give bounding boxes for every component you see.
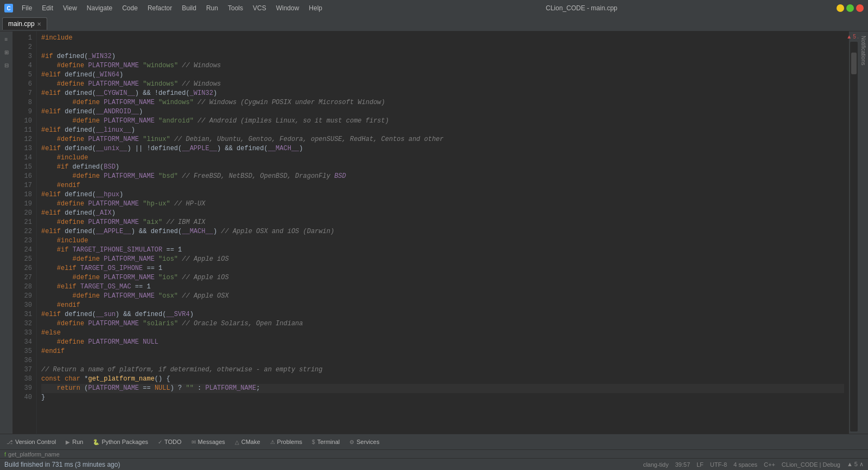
code-line[interactable]: }: [41, 393, 844, 402]
bottom-tool-messages[interactable]: ✉Messages: [187, 437, 229, 447]
code-line[interactable]: #define PLATFORM_NAME "bsd" // FreeBSD, …: [41, 172, 844, 181]
bottom-tool-version-control[interactable]: ⎇Version Control: [2, 437, 60, 447]
maximize-button[interactable]: [846, 4, 854, 12]
code-line[interactable]: #elif defined(__CYGWIN__) && !defined(_W…: [41, 89, 844, 98]
bottom-tool-run[interactable]: ▶Run: [61, 437, 87, 447]
bottom-toolbar: ⎇Version Control▶Run🐍Python Packages✓TOD…: [0, 434, 868, 449]
bottom-tool-problems[interactable]: ⚠Problems: [266, 437, 307, 447]
bottom-tool-python-packages[interactable]: 🐍Python Packages: [88, 437, 152, 447]
code-line[interactable]: return (PLATFORM_NAME == NULL) ? "" : PL…: [41, 384, 844, 393]
menu-item-file[interactable]: File: [17, 3, 36, 13]
code-line[interactable]: #elif defined(__unix__) || !defined(__AP…: [41, 144, 844, 153]
status-bar: Build finished in 731 ms (3 minutes ago)…: [0, 458, 868, 470]
line-number: 29: [15, 292, 32, 301]
code-line[interactable]: #if defined(_WIN32): [41, 52, 844, 61]
code-line[interactable]: // Return a name of platform, if determi…: [41, 365, 844, 375]
code-line[interactable]: [41, 356, 844, 365]
code-line[interactable]: const char *get_platform_name() {: [41, 375, 844, 384]
tool-label: TODO: [164, 439, 182, 445]
sidebar-structure-icon[interactable]: ≡: [1, 34, 12, 44]
line-number: 35: [15, 347, 32, 356]
code-line[interactable]: #define PLATFORM_NAME "windows" // Windo…: [41, 61, 844, 70]
bottom-panel: ⎇Version Control▶Run🐍Python Packages✓TOD…: [0, 434, 868, 449]
code-line[interactable]: #define PLATFORM_NAME "ios" // Apple iOS: [41, 273, 844, 282]
menu-item-run[interactable]: Run: [202, 3, 222, 13]
tool-icon: ⚙: [349, 439, 354, 445]
bottom-tool-todo[interactable]: ✓TODO: [154, 437, 186, 447]
code-line[interactable]: [41, 43, 844, 52]
code-line[interactable]: #define PLATFORM_NAME "aix" // IBM AIX: [41, 218, 844, 227]
run-config-status[interactable]: CLion_CODE | Debug: [782, 461, 840, 468]
close-button[interactable]: [856, 4, 864, 12]
code-line[interactable]: #define PLATFORM_NAME "ios" // Apple iOS: [41, 255, 844, 264]
code-line[interactable]: #define PLATFORM_NAME "osx" // Apple OSX: [41, 292, 844, 301]
code-line[interactable]: #elif defined(__ANDROID__): [41, 107, 844, 117]
code-line[interactable]: #else: [41, 329, 844, 338]
menu-item-navigate[interactable]: Navigate: [82, 3, 117, 13]
line-number: 1: [15, 34, 32, 43]
code-line[interactable]: #define PLATFORM_NAME "hp-ux" // HP-UX: [41, 199, 844, 209]
line-number: 9: [15, 107, 32, 117]
tab-main-cpp[interactable]: main.cpp ✕: [2, 17, 47, 30]
bottom-tool-terminal[interactable]: $Terminal: [308, 437, 344, 447]
tab-close-button[interactable]: ✕: [37, 21, 41, 27]
menu-item-help[interactable]: Help: [304, 3, 327, 13]
code-line[interactable]: #if defined(BSD): [41, 163, 844, 172]
menu-item-refactor[interactable]: Refactor: [143, 3, 176, 13]
code-line[interactable]: #include: [41, 153, 844, 163]
bottom-tool-services[interactable]: ⚙Services: [345, 437, 384, 447]
code-line[interactable]: #define PLATFORM_NAME "windows" // Windo…: [41, 80, 844, 89]
editor-scrollbar[interactable]: [850, 42, 858, 432]
code-line[interactable]: #elif defined(__sun) && defined(__SVR4): [41, 310, 844, 319]
code-line[interactable]: #define PLATFORM_NAME "windows" // Windo…: [41, 98, 844, 107]
menu-item-tools[interactable]: Tools: [224, 3, 247, 13]
tool-label: Messages: [198, 439, 225, 445]
menu-item-build[interactable]: Build: [177, 3, 201, 13]
code-line[interactable]: #elif defined(__hpux): [41, 190, 844, 199]
code-line[interactable]: #endif: [41, 301, 844, 310]
menu-item-vcs[interactable]: VCS: [248, 3, 271, 13]
warnings-status[interactable]: ▲ 5 ∧: [847, 461, 864, 468]
menu-item-code[interactable]: Code: [118, 3, 142, 13]
menu-item-view[interactable]: View: [59, 3, 81, 13]
line-number: 18: [15, 190, 32, 199]
code-line[interactable]: #endif: [41, 181, 844, 190]
language-status[interactable]: C++: [764, 461, 775, 468]
line-number: 30: [15, 301, 32, 310]
minimize-button[interactable]: [837, 4, 844, 12]
tidy-status[interactable]: clang-tidy: [643, 461, 668, 468]
code-line[interactable]: #elif TARGET_OS_MAC == 1: [41, 282, 844, 292]
code-line[interactable]: #elif TARGET_OS_IPHONE == 1: [41, 264, 844, 273]
bottom-tool-cmake[interactable]: △CMake: [231, 437, 265, 447]
line-number: 40: [15, 393, 32, 402]
code-line[interactable]: #define PLATFORM_NAME "solaris" // Oracl…: [41, 319, 844, 329]
sidebar-diff-icon[interactable]: ⊟: [1, 60, 12, 70]
code-line[interactable]: #elif defined(_AIX): [41, 209, 844, 218]
code-line[interactable]: #elif defined(_WIN64): [41, 70, 844, 80]
menu-item-edit[interactable]: Edit: [37, 3, 58, 13]
code-line[interactable]: #define PLATFORM_NAME "linux" // Debian,…: [41, 135, 844, 144]
menu-item-window[interactable]: Window: [272, 3, 304, 13]
sidebar-bookmark-icon[interactable]: ⊞: [1, 47, 12, 57]
code-line[interactable]: #include: [41, 236, 844, 246]
code-line[interactable]: #define PLATFORM_NAME NULL: [41, 338, 844, 347]
code-content[interactable]: #include #if defined(_WIN32) #define PLA…: [37, 31, 848, 434]
notifications-panel[interactable]: Notifications: [858, 31, 868, 434]
code-line[interactable]: #elif defined(__APPLE__) && defined(__MA…: [41, 227, 844, 236]
code-editor[interactable]: 1234567891011121314151617181920212223242…: [13, 31, 848, 434]
code-line[interactable]: #elif defined(__linux__): [41, 126, 844, 135]
indent-status[interactable]: 4 spaces: [733, 461, 757, 468]
code-line[interactable]: #include: [41, 34, 844, 43]
position-status[interactable]: 39:57: [675, 461, 690, 468]
code-line[interactable]: #if TARGET_IPHONE_SIMULATOR == 1: [41, 246, 844, 255]
window-controls[interactable]: [837, 4, 864, 12]
line-ending-status[interactable]: LF: [697, 461, 704, 468]
line-number: 32: [15, 319, 32, 329]
line-number: 20: [15, 209, 32, 218]
tool-label: Problems: [277, 439, 302, 445]
warning-indicator: ▲: [846, 34, 852, 40]
code-line[interactable]: #define PLATFORM_NAME "android" // Andro…: [41, 117, 844, 126]
code-line[interactable]: #endif: [41, 347, 844, 356]
scrollbar-thumb[interactable]: [851, 53, 857, 74]
encoding-status[interactable]: UTF-8: [710, 461, 727, 468]
